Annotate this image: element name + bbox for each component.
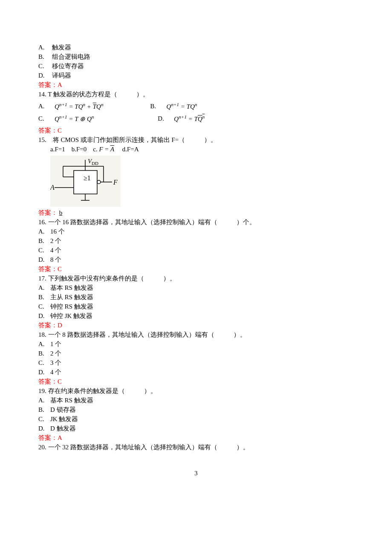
opt-letter: A. (38, 396, 50, 405)
opt-letter: B. (38, 293, 50, 302)
opt-letter: D. (38, 368, 50, 377)
q14-options-row2: C. Qn+1 = T ⊕ Qn D. Qn+1 = TQn (38, 114, 354, 124)
gate-label: ≥1 (84, 174, 91, 182)
q13-option-d: D. 译码器 (38, 71, 354, 80)
opt-letter: A. (38, 283, 50, 292)
opt-letter: C. (38, 302, 50, 311)
answer-value: b (59, 209, 63, 216)
q14-option-b: B. Qn+1 = TQn (150, 101, 197, 111)
opt-letter: D. (38, 71, 50, 80)
opt-text: 组合逻辑电路 (52, 53, 90, 60)
q19-option-a: A.基本 RS 触发器 (38, 396, 354, 405)
opt-letter: A. (38, 227, 50, 236)
opt-letter: B. (38, 52, 50, 61)
q17-option-c: C.钟控 RS 触发器 (38, 302, 354, 311)
q18-option-c: C.3 个 (38, 358, 354, 367)
opt-text: 基本 RS 触发器 (50, 284, 93, 291)
opt-text: 钟控 JK 触发器 (50, 312, 92, 319)
vdd-sub: DD (92, 161, 98, 166)
opt-text: 钟控 RS 触发器 (50, 303, 93, 310)
equation: Qn+1 = TQn + TQn (55, 101, 104, 111)
opt-letter: B. (38, 405, 50, 414)
q13-option-b: B. 组合逻辑电路 (38, 52, 354, 61)
q19-answer: 答案：A (38, 434, 354, 442)
opt-text: 8 个 (50, 256, 61, 263)
q18-option-d: D.4 个 (38, 368, 354, 377)
opt-text: D 触发器 (50, 425, 76, 432)
q18-answer: 答案：C (38, 377, 354, 386)
opt-letter: C. (38, 358, 50, 367)
q18-option-b: B.2 个 (38, 349, 354, 358)
opts-post: d.F=A (116, 146, 139, 153)
opt-letter: D. (38, 424, 50, 433)
q19-stem: 19. 存在约束条件的触发器是（ ）。 (38, 387, 354, 396)
q18-stem: 18. 一个 8 路数据选择器，其地址输入（选择控制输入）端有（ ）。 (38, 330, 354, 339)
opt-text: 4 个 (50, 369, 61, 376)
q14-stem: 14. T 触发器的状态方程是（ ）。 (38, 90, 354, 99)
opt-text: 4 个 (50, 247, 61, 254)
q14-option-a: A. Qn+1 = TQn + TQn (38, 101, 104, 111)
q17-option-d: D.钟控 JK 触发器 (38, 312, 354, 321)
q17-answer: 答案：D (38, 321, 354, 330)
q13-answer: 答案：A (38, 81, 354, 90)
q15-stem: 15. 将 CMOS 或非门作如图所示连接，其输出 F=（ ）。 (38, 136, 354, 145)
opt-letter: B. (38, 349, 50, 358)
equation: F = A (99, 146, 114, 153)
opt-text: JK 触发器 (50, 416, 78, 422)
opt-letter: A. (38, 340, 50, 349)
opt-letter: C. (38, 246, 50, 255)
q16-option-a: A.16 个 (38, 227, 354, 236)
opt-text: 2 个 (50, 237, 61, 244)
q14-option-d: D. Qn+1 = TQn (158, 114, 205, 124)
opts-pre: a.F=1 b.F=0 c. (50, 146, 99, 153)
q17-option-b: B.主从 RS 触发器 (38, 293, 354, 302)
opt-text: 基本 RS 触发器 (50, 397, 93, 404)
q18-option-a: A.1 个 (38, 340, 354, 349)
q13-option-a: A. 触发器 (38, 43, 354, 52)
q19-option-b: B.D 锁存器 (38, 405, 354, 414)
opt-text: 16 个 (50, 228, 65, 235)
opt-letter: D. (158, 114, 170, 123)
opt-text: 移位寄存器 (52, 63, 84, 69)
opt-text: 1 个 (50, 341, 61, 347)
opt-letter: B. (150, 102, 162, 111)
q14-option-c: C. Qn+1 = T ⊕ Qn (38, 114, 94, 124)
q16-stem: 16. 一个 16 路数据选择器，其地址输入（选择控制输入）端有（ ）个。 (38, 218, 354, 227)
opt-letter: D. (38, 255, 50, 264)
q17-option-a: A.基本 RS 触发器 (38, 283, 354, 292)
page-number: 3 (38, 469, 354, 478)
q17-stem: 17. 下列触发器中没有约束条件的是（ ）。 (38, 274, 354, 283)
opt-text: 2 个 (50, 350, 61, 357)
a-label: A (50, 184, 55, 191)
opt-letter: D. (38, 312, 50, 321)
q16-answer: 答案：C (38, 265, 354, 274)
opt-letter: A. (38, 43, 50, 52)
opt-text: 主从 RS 触发器 (50, 294, 93, 301)
q19-option-d: D.D 触发器 (38, 424, 354, 433)
opt-letter: C. (38, 415, 50, 424)
q14-options-row1: A. Qn+1 = TQn + TQn B. Qn+1 = TQn (38, 101, 354, 111)
f-label: F (113, 179, 118, 186)
opt-text: 触发器 (52, 44, 71, 51)
svg-point-7 (97, 180, 101, 184)
q15-circuit-diagram: ≥1 V DD A F (50, 156, 121, 207)
opt-letter: B. (38, 237, 50, 246)
equation: Qn+1 = T ⊕ Qn (55, 114, 94, 124)
q16-option-c: C.4 个 (38, 246, 354, 255)
q13-option-c: C. 移位寄存器 (38, 62, 354, 71)
q20-stem: 20. 一个 32 路数据选择器，其地址输入（选择控制输入）端有（ ）。 (38, 443, 354, 452)
opt-text: 译码器 (52, 72, 71, 79)
opt-letter: C. (38, 62, 50, 71)
opt-letter: A. (38, 102, 50, 111)
q16-option-b: B.2 个 (38, 237, 354, 246)
opt-text: D 锁存器 (50, 406, 76, 413)
opt-letter: C. (38, 114, 50, 123)
q16-option-d: D.8 个 (38, 255, 354, 264)
equation: Qn+1 = TQn (167, 101, 197, 111)
q15-options: a.F=1 b.F=0 c. F = A d.F=A (38, 145, 354, 154)
q14-answer: 答案：C (38, 126, 354, 135)
equation: Qn+1 = TQn (174, 114, 205, 124)
q19-option-c: C.JK 触发器 (38, 415, 354, 424)
answer-prefix: 答案： (38, 209, 58, 216)
opt-text: 3 个 (50, 359, 61, 366)
